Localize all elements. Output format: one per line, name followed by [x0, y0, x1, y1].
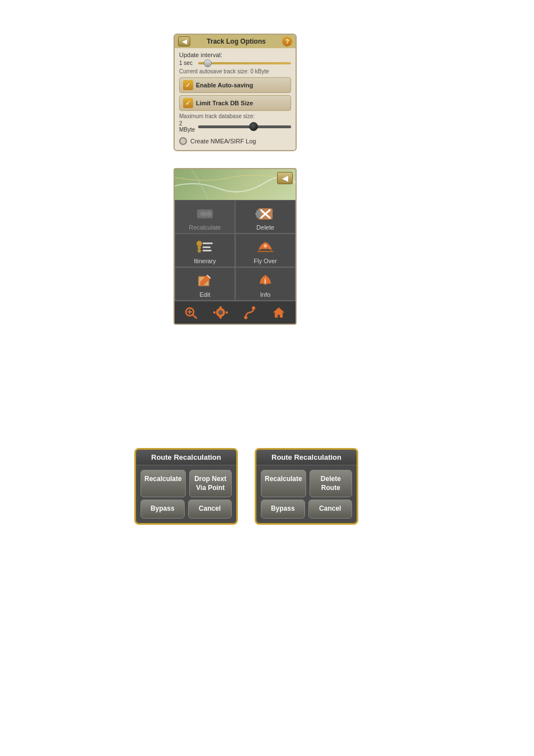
db-size-slider-thumb — [249, 122, 258, 131]
cancel-button-1[interactable]: Cancel — [188, 500, 232, 519]
map-menu-grid: Recalculate Delete — [175, 200, 296, 301]
update-interval-slider[interactable] — [198, 62, 291, 64]
limit-track-db-label: Limit Track DB Size — [196, 100, 253, 106]
map-panel: ◀ Recalculate Delete — [174, 168, 297, 325]
svg-point-5 — [198, 249, 201, 253]
track-log-help-button[interactable]: ? — [282, 36, 292, 46]
svg-rect-8 — [203, 250, 212, 251]
track-log-header: ◀ Track Log Options ? — [175, 35, 296, 48]
check-icon-limitdb: ✓ — [183, 98, 193, 108]
autosave-size-label: Current autosave track size: 0 kByte — [179, 68, 291, 74]
map-preview: ◀ — [175, 169, 296, 200]
bypass-button-2[interactable]: Bypass — [261, 500, 305, 519]
cancel-button-2[interactable]: Cancel — [308, 500, 353, 519]
nmea-radio-button[interactable] — [179, 137, 187, 145]
svg-point-3 — [196, 241, 202, 246]
recalculate-button-2[interactable]: Recalculate — [261, 470, 306, 497]
enable-autosaving-checkbox[interactable]: ✓ Enable Auto-saving — [179, 77, 291, 93]
bottom-search-icon[interactable] — [181, 304, 202, 321]
max-db-label: Maximum track database size: — [179, 113, 291, 119]
svg-point-23 — [244, 316, 247, 319]
svg-rect-20 — [219, 316, 222, 319]
svg-point-18 — [218, 310, 223, 315]
db-size-slider[interactable] — [198, 125, 291, 128]
recalc-dialog-2-bottom-buttons: Bypass Cancel — [256, 500, 357, 519]
flyover-label: Fly Over — [254, 258, 277, 264]
recalculate-button-1[interactable]: Recalculate — [140, 470, 186, 497]
map-menu-flyover[interactable]: Fly Over — [235, 234, 296, 267]
recalculation-dialog-1: Route Recalculation Recalculate Drop Nex… — [134, 448, 238, 525]
bottom-settings-icon[interactable] — [210, 304, 231, 321]
map-bottom-bar — [175, 301, 296, 324]
recalc-dialog-2-top-buttons: Recalculate Delete Route — [256, 465, 357, 500]
itinerary-icon — [194, 239, 216, 256]
map-menu-itinerary[interactable]: Itinerary — [175, 234, 235, 267]
drop-next-via-point-button[interactable]: Drop Next Via Point — [189, 470, 232, 497]
check-icon-autosaving: ✓ — [183, 80, 193, 90]
map-menu-delete[interactable]: Delete — [235, 200, 296, 234]
bypass-button-1[interactable]: Bypass — [140, 500, 185, 519]
slider-value-label: 1 sec — [179, 60, 195, 66]
limit-track-db-checkbox[interactable]: ✓ Limit Track DB Size — [179, 95, 291, 111]
edit-label: Edit — [200, 291, 210, 298]
svg-point-24 — [252, 306, 255, 310]
nmea-label: Create NMEA/SIRF Log — [190, 138, 256, 144]
svg-rect-22 — [226, 311, 228, 314]
delete-route-button[interactable]: Delete Route — [310, 470, 352, 497]
recalculate-label: Recalculate — [189, 224, 221, 231]
itinerary-label: Itinerary — [194, 258, 216, 264]
svg-rect-7 — [203, 246, 210, 248]
db-size-slider-row: 2 MByte — [179, 120, 291, 133]
track-log-panel: ◀ Track Log Options ? Update interval: 1… — [174, 34, 297, 151]
recalc-dialog-1-bottom-buttons: Bypass Cancel — [136, 500, 236, 519]
delete-label: Delete — [256, 224, 274, 231]
bottom-route-icon[interactable] — [239, 304, 260, 321]
update-interval-slider-row: 1 sec — [179, 60, 291, 66]
svg-point-4 — [198, 246, 201, 249]
track-log-title: Track Log Options — [190, 38, 282, 45]
bottom-home-icon[interactable] — [268, 304, 289, 321]
svg-line-14 — [193, 315, 196, 318]
recalculate-icon — [194, 205, 216, 223]
svg-rect-19 — [219, 306, 222, 309]
svg-rect-2 — [256, 210, 261, 218]
flyover-icon — [255, 239, 276, 256]
track-log-body: Update interval: 1 sec Current autosave … — [175, 48, 296, 150]
svg-rect-6 — [203, 242, 213, 244]
info-label: Info — [260, 291, 270, 298]
map-menu-edit[interactable]: Edit — [175, 267, 235, 301]
recalc-dialog-1-top-buttons: Recalculate Drop Next Via Point — [136, 465, 236, 500]
map-menu-recalculate: Recalculate — [175, 200, 235, 234]
svg-point-9 — [264, 244, 267, 248]
recalculation-dialog-2: Route Recalculation Recalculate Delete R… — [255, 448, 358, 525]
svg-text:i: i — [264, 277, 266, 285]
map-menu-info[interactable]: i Info — [235, 267, 296, 301]
slider-thumb — [204, 59, 212, 67]
db-size-value: 2 MByte — [179, 120, 195, 133]
recalc-dialog-2-title: Route Recalculation — [256, 450, 357, 465]
nmea-row: Create NMEA/SIRF Log — [179, 136, 291, 147]
svg-rect-21 — [213, 311, 216, 314]
enable-autosaving-label: Enable Auto-saving — [196, 82, 253, 88]
info-icon: i — [255, 272, 276, 290]
map-back-button[interactable]: ◀ — [277, 172, 293, 184]
track-log-back-button[interactable]: ◀ — [178, 36, 190, 46]
dialogs-row: Route Recalculation Recalculate Drop Nex… — [134, 448, 358, 525]
edit-icon — [194, 272, 216, 290]
delete-icon — [255, 205, 276, 223]
update-interval-label: Update interval: — [179, 52, 291, 58]
recalc-dialog-1-title: Route Recalculation — [136, 450, 236, 465]
